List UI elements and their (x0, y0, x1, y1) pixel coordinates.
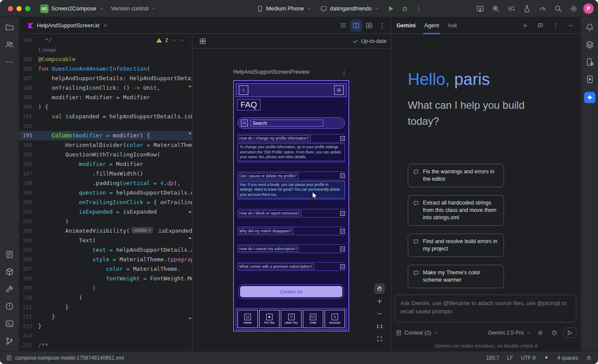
tab-agent[interactable]: Agent (424, 17, 439, 34)
expand-toggle-icon[interactable] (340, 173, 345, 178)
pan-button[interactable] (374, 283, 385, 294)
tab-ask[interactable]: Ask (448, 17, 457, 34)
preview-layout-button[interactable] (197, 35, 209, 47)
zoom-out-button[interactable] (374, 309, 385, 319)
status-file[interactable]: compose-compose-model-1758748140651.xml (6, 355, 124, 361)
code-line[interactable]: 199 question = helpAndSupportDetails.que… (19, 188, 192, 198)
suggestion-card[interactable]: Find and resolve build errors in my proj… (408, 234, 504, 257)
ai-status-icon[interactable] (543, 355, 549, 361)
zoom-100-button[interactable]: 1:1 (374, 321, 385, 332)
code-line[interactable]: 193 Column(modifier = modifier) { (19, 131, 192, 140)
settings-button[interactable] (568, 3, 580, 15)
code-line[interactable]: 215/** (19, 341, 192, 350)
device-mirror-button[interactable] (474, 3, 486, 15)
line-separator[interactable]: LF (507, 355, 513, 361)
code-line[interactable]: 187 helpAndSupportDetails: HelpAndSuppor… (19, 74, 192, 83)
code-line[interactable]: 211 } (19, 302, 192, 312)
send-button[interactable] (563, 328, 576, 338)
expand-toggle-icon[interactable] (340, 264, 345, 269)
code-line[interactable]: 209 ) (19, 283, 192, 293)
terminal-tool-button[interactable] (5, 319, 14, 328)
close-tab-icon[interactable] (103, 23, 108, 28)
more-run-actions-button[interactable] (413, 3, 425, 15)
previous-warning-icon[interactable] (171, 38, 176, 43)
faq-search-field[interactable]: Search (237, 117, 345, 129)
problems-tool-button[interactable] (5, 302, 14, 311)
code-line[interactable]: 186fun QuestionAndAnswerInfoSection( (19, 64, 192, 74)
nav-item-account[interactable]: Account (325, 310, 345, 328)
context-selector[interactable]: Context (2) (404, 330, 439, 336)
code-line[interactable]: 210 ) (19, 293, 192, 302)
expand-toggle-icon[interactable] (340, 211, 345, 216)
code-line[interactable]: 188 onTrailingIconClick: () -> Unit, (19, 83, 192, 93)
faq-settings-button[interactable] (334, 85, 344, 95)
faq-item[interactable]: What comes with a premium subscription? (237, 262, 345, 280)
preview-options-button[interactable] (338, 67, 350, 79)
zoom-in-button[interactable] (374, 296, 385, 306)
profiler-button[interactable] (536, 3, 549, 15)
hide-panel-button[interactable] (566, 21, 575, 30)
code-line[interactable]: 1 Usage (19, 45, 192, 55)
back-button[interactable] (239, 85, 248, 95)
build-tool-button[interactable] (5, 284, 14, 294)
caret-position[interactable]: 193:7 (486, 355, 499, 361)
search-everywhere-button[interactable] (552, 3, 564, 15)
suggestion-card[interactable]: Fix the warnings and errors in the edito… (408, 164, 504, 187)
code-view-button[interactable] (337, 20, 349, 32)
file-encoding[interactable]: UTF-8 (521, 355, 536, 361)
design-view-button[interactable] (363, 20, 375, 32)
error-stripe[interactable] (189, 34, 191, 351)
expand-toggle-icon[interactable] (340, 136, 345, 141)
device-manager-button[interactable] (585, 57, 595, 67)
code-line[interactable]: 192 (19, 121, 192, 131)
code-line[interactable]: 197 .fillMaxWidth() (19, 169, 192, 179)
expand-toggle-icon[interactable] (340, 247, 345, 251)
model-selector[interactable]: Gemini 2.5 Pro (488, 330, 531, 336)
project-tool-button[interactable] (5, 23, 14, 32)
close-window-button[interactable] (8, 6, 13, 11)
lock-icon[interactable] (586, 355, 592, 361)
code-line[interactable]: 212 } (19, 312, 192, 322)
tab-help-and-support-screen[interactable]: HelpAndSupportScreen.kt (23, 17, 112, 34)
editor-options-button[interactable] (376, 20, 388, 32)
code-line[interactable]: 196 modifier = Modifier (19, 159, 192, 169)
code-line[interactable]: 213} (19, 322, 192, 331)
code-line[interactable]: 191 val isExpanded = helpAndSupportDetai… (19, 112, 192, 121)
faq-item[interactable]: Why did my match disappear? (237, 227, 345, 244)
debug-button[interactable] (399, 3, 411, 15)
project-selector[interactable]: SC Screen2Compose (36, 3, 107, 15)
code-line[interactable]: 214 (19, 331, 192, 341)
inspection-widget[interactable]: 2 (154, 36, 187, 44)
notifications-button[interactable] (585, 23, 595, 32)
preview-name[interactable]: HelpAndSupportScreenPreview (233, 69, 309, 75)
expand-toggle-icon[interactable] (340, 229, 345, 234)
faq-item[interactable]: How do I change my profile information?T… (237, 134, 345, 172)
code-line[interactable]: 206 style = MaterialTheme.typography (19, 255, 192, 264)
code-line[interactable]: 195 QuestionWithTrailingIconRow( (19, 150, 192, 159)
prompt-history-button[interactable] (549, 328, 559, 338)
code-line[interactable]: 200 onTrailingIconClick = { onTrailingIc… (19, 198, 192, 207)
code-line[interactable]: 202 ) (19, 217, 192, 226)
app-inspection-tool-button[interactable] (5, 267, 14, 276)
code-line[interactable]: 194 HorizontalDivider(color = MaterialTh… (19, 140, 192, 150)
gemini-prompt-input[interactable]: Ask Gemini, use @filename to attach sour… (395, 295, 576, 322)
phone-preview[interactable]: FAQ Search How do I change my profile in… (233, 80, 349, 332)
version-control-tool-button[interactable] (5, 336, 14, 346)
faq-item[interactable]: Can I pause or delete my profile?Yes. If… (237, 172, 345, 209)
nav-item-chat[interactable]: Chat (303, 310, 323, 328)
running-devices-button[interactable] (585, 75, 595, 84)
gemini-settings-button[interactable] (536, 328, 545, 338)
code-editor[interactable]: 184 */1 Usage185@Composable186fun Questi… (19, 34, 192, 351)
more-tool-windows-button[interactable] (5, 57, 14, 67)
faq-item[interactable]: How do I cancel my subscription? (237, 244, 345, 262)
code-line[interactable]: 198 .padding(vertical = 4.dp), (19, 179, 192, 188)
split-view-button[interactable] (350, 20, 362, 32)
code-line[interactable]: 204 Text( (19, 236, 192, 245)
suggestion-card[interactable]: Extract all hardcoded strings from this … (408, 195, 504, 226)
gemini-tool-button[interactable] (584, 92, 595, 103)
ai-search-button[interactable] (490, 3, 502, 15)
code-line[interactable]: 201 isExpanded = isExpanded (19, 207, 192, 217)
layout-inspector-button[interactable] (585, 40, 595, 49)
zoom-to-fit-button[interactable] (374, 334, 385, 344)
user-avatar[interactable]: P (583, 3, 594, 14)
